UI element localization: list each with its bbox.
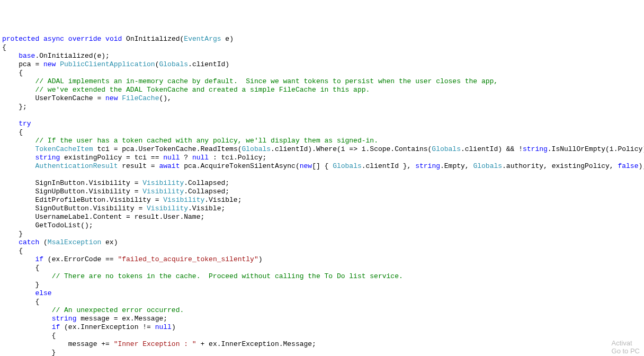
- code-text: [2, 77, 35, 85]
- code-text: {: [2, 298, 39, 306]
- keyword: string: [52, 315, 77, 323]
- keyword: protected: [2, 35, 39, 43]
- code-text: GetTodoList();: [2, 221, 93, 229]
- code-text: .Empty,: [440, 162, 473, 170]
- code-text: [2, 120, 19, 128]
- code-text: .clientId).Where(i => i.Scope.Contains(: [271, 145, 432, 153]
- keyword: false: [618, 162, 638, 170]
- code-text: EditProfileButton.Visibility =: [2, 196, 163, 204]
- code-text: .Visible;: [204, 196, 241, 204]
- keyword: else: [35, 289, 51, 297]
- code-text: [2, 52, 19, 60]
- code-text: );: [638, 162, 644, 170]
- code-text: pca.AcquireTokenSilentAsync(: [180, 162, 299, 170]
- keyword: null: [163, 154, 180, 162]
- type: Globals: [432, 145, 461, 153]
- code-text: (ex.ErrorCode ==: [43, 255, 118, 263]
- code-text: {: [2, 264, 39, 272]
- keyword: override: [68, 35, 101, 43]
- code-text: existingPolicy = tci ==: [60, 154, 163, 162]
- keyword: catch: [19, 238, 39, 246]
- code-text: };: [2, 103, 27, 111]
- code-text: e): [221, 35, 234, 43]
- type: Visibility: [147, 204, 188, 212]
- keyword: try: [19, 120, 31, 128]
- code-text: result =: [118, 162, 159, 170]
- code-text: {: [2, 247, 23, 255]
- comment: // we've extended the ADAL TokenCache an…: [35, 86, 370, 94]
- code-text: [2, 323, 52, 331]
- code-text: .OnInitialized(e);: [35, 52, 109, 60]
- keyword: if: [52, 323, 60, 331]
- code-text: SignUpButton.Visibility =: [2, 188, 142, 195]
- type: Visibility: [142, 179, 184, 187]
- code-text: [] {: [312, 162, 333, 170]
- code-text: }: [2, 349, 56, 356]
- code-text: SignOutButton.Visibility =: [2, 204, 147, 212]
- code-text: OnInitialized(: [122, 35, 184, 43]
- keyword: string: [35, 154, 60, 162]
- code-text: [2, 272, 52, 280]
- code-text: [2, 289, 35, 297]
- keyword: string: [523, 145, 548, 153]
- keyword: string: [415, 162, 440, 170]
- type: EventArgs: [184, 35, 221, 43]
- code-text: SignInButton.Visibility =: [2, 179, 142, 187]
- code-text: {: [2, 43, 6, 51]
- code-text: [2, 306, 52, 314]
- type: TokenCacheItem: [35, 145, 93, 153]
- code-text: [2, 86, 35, 94]
- type: MsalException: [48, 238, 101, 246]
- keyword: if: [35, 255, 43, 263]
- code-text: .authority, existingPolicy,: [502, 162, 618, 170]
- keyword: new: [105, 94, 118, 102]
- code-text: [2, 137, 35, 145]
- comment: // If the user has a token cached with a…: [35, 137, 378, 145]
- code-text: UsernameLabel.Content = result.User.Name…: [2, 213, 204, 221]
- code-text: ): [172, 323, 176, 331]
- code-text: (),: [159, 94, 171, 102]
- code-text: [2, 255, 35, 263]
- code-text: .Collapsed;: [184, 188, 229, 195]
- code-text: [2, 162, 35, 170]
- type: Globals: [333, 162, 362, 170]
- code-text: (: [39, 238, 48, 246]
- code-text: : tci.Policy;: [209, 154, 266, 162]
- code-text: {: [2, 128, 23, 136]
- keyword: null: [155, 323, 172, 331]
- code-text: .Visible;: [188, 204, 225, 212]
- code-text: [2, 145, 35, 153]
- keyword: new: [300, 162, 312, 170]
- code-text: ): [258, 255, 263, 263]
- type: FileCache: [122, 94, 159, 102]
- keyword: null: [192, 154, 209, 162]
- type: AuthenticationResult: [35, 162, 118, 170]
- keyword: async: [43, 35, 64, 43]
- type: Visibility: [142, 188, 184, 195]
- code-text: }: [2, 281, 39, 289]
- keyword: await: [159, 162, 180, 170]
- comment: // There are no tokens in the cache. Pro…: [52, 272, 403, 280]
- string: "Inner Exception : ": [114, 340, 196, 348]
- code-text: .clientId },: [362, 162, 415, 170]
- code-text: tci = pca.UserTokenCache.ReadItems(: [93, 145, 242, 153]
- code-text: ex): [101, 238, 118, 246]
- keyword: new: [43, 60, 56, 68]
- code-text: [2, 315, 52, 323]
- type: Globals: [242, 145, 271, 153]
- code-text: message +=: [2, 340, 114, 348]
- code-text: UserTokenCache =: [2, 94, 105, 102]
- code-text: [2, 154, 35, 162]
- code-text: }: [2, 230, 23, 238]
- comment: // An unexpected error occurred.: [52, 306, 184, 314]
- code-text: (ex.InnerException !=: [60, 323, 155, 331]
- code-text: .clientId): [188, 60, 229, 68]
- code-text: {: [2, 332, 56, 340]
- code-block: protected async override void OnInitiali…: [2, 35, 642, 356]
- type: PublicClientApplication: [60, 60, 155, 68]
- comment: // ADAL implements an in-memory cache by…: [35, 77, 498, 85]
- code-text: + ex.InnerException.Message;: [196, 340, 316, 348]
- code-text: .IsNullOrEmpty(i.Policy)).FirstOrDefault…: [548, 145, 644, 153]
- type: Globals: [473, 162, 502, 170]
- type: Visibility: [163, 196, 204, 204]
